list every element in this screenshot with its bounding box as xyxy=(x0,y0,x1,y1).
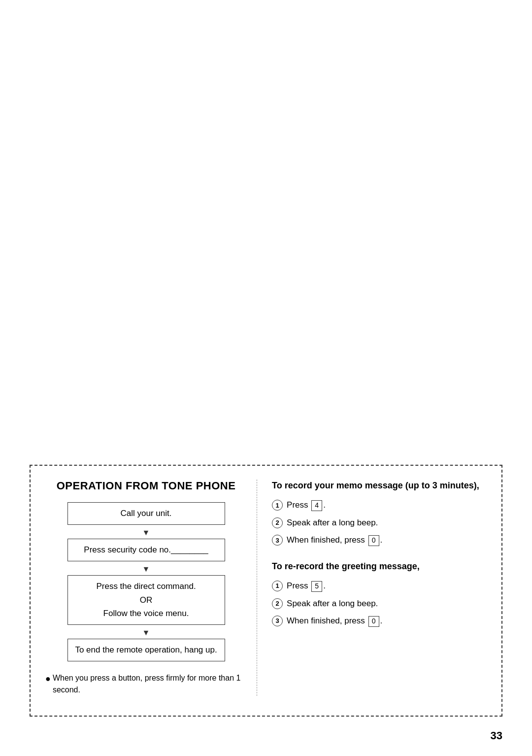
step3-box: Press the direct command. OR Follow the … xyxy=(67,575,225,625)
step4-text: To end the remote operation, hang up. xyxy=(75,645,217,654)
right-s1-step1: 1 Press 4. xyxy=(272,499,487,512)
s2-step1-text: Press 5. xyxy=(287,580,326,592)
circle-num-1: 1 xyxy=(272,500,283,511)
section-title: OPERATION FROM TONE PHONE xyxy=(45,480,247,492)
right-s2-step2: 2 Speak after a long beep. xyxy=(272,597,487,610)
right-section-1: To record your memo message (up to 3 min… xyxy=(272,480,487,547)
key-5: 5 xyxy=(311,581,322,592)
page-container: OPERATION FROM TONE PHONE Call your unit… xyxy=(0,0,532,756)
bullet-note: ● When you press a button, press firmly … xyxy=(45,672,247,696)
circle-num-2: 2 xyxy=(272,517,283,528)
s1-step1-text: Press 4. xyxy=(287,499,326,512)
right-section2-title: To re-record the greeting message, xyxy=(272,560,487,573)
or-text: OR xyxy=(75,594,218,606)
s1-step2-text: Speak after a long beep. xyxy=(287,516,378,529)
circle-num-s2-1: 1 xyxy=(272,581,283,591)
page-number: 33 xyxy=(491,729,502,742)
right-s2-step1: 1 Press 5. xyxy=(272,580,487,592)
right-s1-step2: 2 Speak after a long beep. xyxy=(272,516,487,529)
flow-step-1: Call your unit. xyxy=(45,502,247,537)
arrow-3 xyxy=(45,627,247,637)
step3b-text: Follow the voice menu. xyxy=(103,609,189,618)
s2-step3-text: When finished, press 0. xyxy=(287,615,382,627)
arrow-2 xyxy=(45,563,247,573)
step2-box: Press security code no.________ xyxy=(67,539,225,561)
dashed-border-box: OPERATION FROM TONE PHONE Call your unit… xyxy=(30,465,502,717)
right-s2-step3: 3 When finished, press 0. xyxy=(272,615,487,627)
s1-step3-text: When finished, press 0. xyxy=(287,534,382,547)
arrow-1 xyxy=(45,527,247,537)
flow-step-2: Press security code no.________ xyxy=(45,539,247,573)
flow-step-4: To end the remote operation, hang up. xyxy=(45,639,247,661)
step4-box: To end the remote operation, hang up. xyxy=(67,639,225,661)
step2-text: Press security code no.________ xyxy=(84,545,208,554)
key-0a: 0 xyxy=(368,535,379,546)
key-0b: 0 xyxy=(368,616,379,627)
right-s1-step3: 3 When finished, press 0. xyxy=(272,534,487,547)
circle-num-s2-3: 3 xyxy=(272,616,283,626)
step1-text: Call your unit. xyxy=(121,509,172,518)
step1-box: Call your unit. xyxy=(67,502,225,525)
main-content: OPERATION FROM TONE PHONE Call your unit… xyxy=(30,465,502,717)
flow-step-3: Press the direct command. OR Follow the … xyxy=(45,575,247,637)
circle-num-s2-2: 2 xyxy=(272,598,283,609)
s2-step2-text: Speak after a long beep. xyxy=(287,597,378,610)
right-section-2: To re-record the greeting message, 1 Pre… xyxy=(272,560,487,627)
circle-num-3: 3 xyxy=(272,535,283,546)
bullet-dot: ● xyxy=(45,672,51,686)
key-4: 4 xyxy=(311,500,322,511)
two-col-layout: OPERATION FROM TONE PHONE Call your unit… xyxy=(45,480,487,696)
note-text: ● When you press a button, press firmly … xyxy=(45,672,247,696)
right-column: To record your memo message (up to 3 min… xyxy=(257,480,487,696)
right-section1-title: To record your memo message (up to 3 min… xyxy=(272,480,487,492)
note-content: When you press a button, press firmly fo… xyxy=(53,672,247,696)
step3a-text: Press the direct command. xyxy=(96,582,196,591)
left-column: OPERATION FROM TONE PHONE Call your unit… xyxy=(45,480,257,696)
